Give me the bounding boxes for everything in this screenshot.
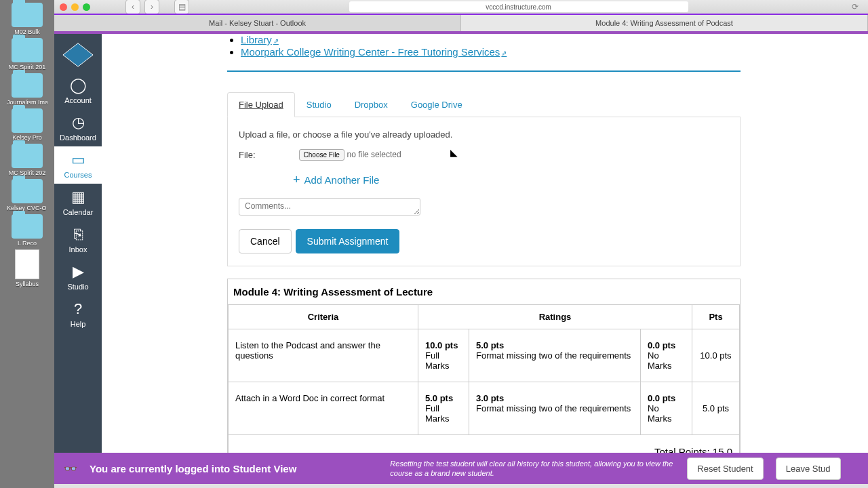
- rubric-ratings: 10.0 ptsFull Marks 5.0 ptsFormat missing…: [418, 329, 692, 382]
- sidebar-item-inbox[interactable]: ⎘Inbox: [54, 221, 102, 258]
- tab-dropbox[interactable]: Dropbox: [343, 92, 399, 117]
- document-icon: [15, 249, 39, 279]
- tab-google-drive[interactable]: Google Drive: [399, 92, 474, 117]
- rubric-header-ratings: Ratings: [418, 305, 692, 329]
- rubric-table: Module 4: Writing Assessment of Lecture …: [227, 279, 741, 453]
- svg-marker-0: [63, 43, 93, 67]
- browser-tab[interactable]: Module 4: Writing Assessment of Podcast: [461, 15, 868, 31]
- student-view-bar: 👓 You are currently logged into Student …: [54, 453, 868, 484]
- desktop-folder[interactable]: MC Spirit 201: [7, 38, 47, 70]
- studio-icon: ▶: [73, 263, 84, 281]
- rubric-title: Module 4: Writing Assessment of Lecture: [228, 279, 740, 305]
- canvas-sidebar: ◯Account ◷Dashboard ▭Courses ▦Calendar ⎘…: [54, 34, 102, 453]
- resource-link[interactable]: Moorpark College Writing Center - Free T…: [241, 46, 507, 58]
- back-button[interactable]: ‹: [125, 0, 140, 14]
- rubric-header-pts: Pts: [692, 305, 740, 329]
- submit-assignment-button[interactable]: Submit Assignment: [296, 229, 400, 253]
- tab-file-upload[interactable]: File Upload: [227, 92, 295, 117]
- desktop-folder[interactable]: Kelsey CVC-O Grant: [7, 179, 47, 211]
- sidebar-item-calendar[interactable]: ▦Calendar: [54, 184, 102, 221]
- reset-student-button[interactable]: Reset Student: [687, 458, 763, 480]
- resource-link[interactable]: Library⇗: [241, 34, 279, 45]
- folder-icon: [12, 108, 43, 133]
- rubric-header-criteria: Criteria: [229, 305, 418, 329]
- main-content: Library⇗ Moorpark College Writing Center…: [102, 34, 868, 453]
- rubric-row: Attach in a Word Doc in correct format 5…: [229, 382, 740, 435]
- rubric-criterion: Attach in a Word Doc in correct format: [229, 382, 418, 435]
- maximize-window-icon[interactable]: [83, 3, 90, 11]
- plus-icon: +: [293, 173, 300, 187]
- rubric-pts: 10.0 pts: [692, 329, 740, 382]
- no-file-text: no file selected: [347, 150, 401, 159]
- dashboard-icon: ◷: [72, 114, 85, 131]
- browser-tabs: Mail - Kelsey Stuart - Outlook Module 4:…: [54, 14, 868, 31]
- forward-button[interactable]: ›: [144, 0, 159, 14]
- desktop-folder[interactable]: M02 Bulk: [7, 3, 47, 35]
- add-another-file-button[interactable]: + Add Another File: [293, 173, 729, 187]
- glasses-icon: 👓: [64, 462, 77, 475]
- desktop-folder[interactable]: MC Spirit 202: [7, 144, 47, 176]
- leave-student-view-button[interactable]: Leave Stud: [776, 458, 841, 480]
- folder-icon: [12, 179, 43, 203]
- calendar-icon: ▦: [71, 188, 85, 206]
- reload-icon[interactable]: ⟳: [848, 0, 863, 14]
- student-view-text: You are currently logged into Student Vi…: [90, 463, 296, 474]
- desktop-doc[interactable]: Syllabus: [7, 249, 47, 287]
- sidebar-item-courses[interactable]: ▭Courses: [54, 146, 102, 184]
- sidebar-item-help[interactable]: ?Help: [54, 296, 102, 333]
- choose-file-button[interactable]: Choose File: [299, 149, 344, 161]
- divider: [227, 70, 741, 72]
- rubric-row: Listen to the Podcast and answer the que…: [229, 329, 740, 382]
- sidebar-item-studio[interactable]: ▶Studio: [54, 258, 102, 296]
- close-window-icon[interactable]: [60, 3, 67, 11]
- folder-icon: [12, 3, 43, 27]
- browser-tab[interactable]: Mail - Kelsey Stuart - Outlook: [54, 15, 461, 31]
- sidebar-item-account[interactable]: ◯Account: [54, 72, 102, 109]
- dock: [54, 484, 868, 488]
- folder-icon: [12, 144, 43, 168]
- desktop-folder[interactable]: Kelsey Pro: [7, 108, 47, 141]
- user-icon: ◯: [70, 77, 87, 94]
- comments-input[interactable]: [239, 198, 420, 216]
- inbox-icon: ⎘: [74, 226, 83, 243]
- desktop: M02 Bulk MC Spirit 201 Journalism Images…: [0, 0, 54, 488]
- desktop-folder[interactable]: L Reco: [7, 214, 47, 247]
- cancel-button[interactable]: Cancel: [239, 229, 292, 253]
- folder-icon: [12, 38, 43, 62]
- rubric-criterion: Listen to the Podcast and answer the que…: [229, 329, 418, 382]
- minimize-window-icon[interactable]: [71, 3, 79, 11]
- help-icon: ?: [74, 300, 82, 318]
- file-label: File:: [239, 150, 256, 160]
- folder-icon: [12, 214, 43, 239]
- rubric-pts: 5.0 pts: [692, 382, 740, 435]
- sidebar-item-dashboard[interactable]: ◷Dashboard: [54, 109, 102, 146]
- book-icon: ▭: [71, 151, 85, 169]
- rubric-ratings: 5.0 ptsFull Marks 3.0 ptsFormat missing …: [418, 382, 692, 435]
- canvas-logo-icon[interactable]: [58, 38, 98, 72]
- upload-tabs: File Upload Studio Dropbox Google Drive: [227, 92, 741, 117]
- tab-studio[interactable]: Studio: [295, 92, 343, 117]
- desktop-folder[interactable]: Journalism Images: [7, 73, 47, 106]
- external-link-icon: ⇗: [273, 37, 279, 45]
- external-link-icon: ⇗: [501, 49, 507, 57]
- url-bar[interactable]: vcccd.instructure.com: [349, 1, 688, 12]
- rubric-total: Total Points: 15.0: [229, 435, 740, 453]
- browser-toolbar: ‹ › ▤ vcccd.instructure.com ⟳: [54, 0, 868, 14]
- upload-hint: Upload a file, or choose a file you've a…: [239, 129, 729, 140]
- folder-icon: [12, 73, 43, 98]
- student-view-desc: Resetting the test student will clear al…: [390, 459, 675, 479]
- sidebar-toggle-icon[interactable]: ▤: [174, 0, 189, 14]
